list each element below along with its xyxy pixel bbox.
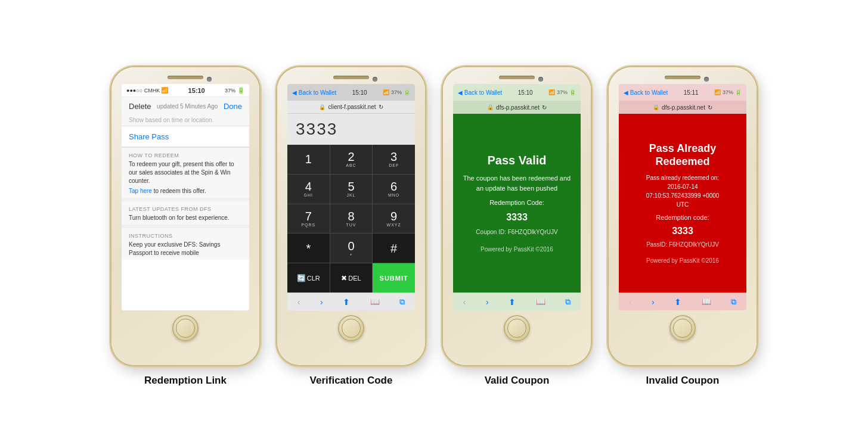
bookmarks-icon-2[interactable]: 📖	[370, 297, 380, 306]
phone-camera-2	[373, 77, 377, 82]
lock-icon-4: 🔒	[653, 104, 659, 110]
bottom-nav-2: ‹ › ⬆ 📖 ⧉	[287, 292, 415, 310]
pass-already-desc: Pass already redeemed on: 2016-07-14 07:…	[646, 173, 720, 209]
back-wallet-2[interactable]: ◀ Back to Wallet	[292, 89, 336, 96]
url-text-3: dfs-p.passkit.net	[496, 104, 540, 111]
share-icon-3[interactable]: ⬆	[509, 297, 516, 307]
tap-here-row: Tap here to redeem this offer.	[129, 187, 242, 195]
key-clr[interactable]: 🔄 CLR	[287, 263, 330, 292]
icons-4: 📶 37% 🔋	[714, 89, 742, 95]
invalid-coupon-content: Pass Already Redeemed Pass already redee…	[619, 114, 746, 292]
key-3[interactable]: 3 DEF	[373, 145, 415, 174]
share-icon-4[interactable]: ⬆	[674, 297, 681, 307]
phone-screen-3: ◀ Back to Wallet 15:10 📶 37% 🔋 🔒 dfs-p.p…	[453, 84, 581, 310]
key-submit[interactable]: SUBMIT	[373, 263, 415, 292]
tabs-icon-2[interactable]: ⧉	[399, 297, 405, 307]
tabs-icon-3[interactable]: ⧉	[565, 297, 571, 307]
key-9[interactable]: 9 WXYZ	[373, 204, 415, 234]
tap-here-rest: to redeem this offer.	[152, 188, 206, 194]
share-pass-section-1: Share Pass	[122, 126, 249, 147]
topbar-1: Delete updated 5 Minutes Ago Done	[122, 97, 249, 113]
latest-updates-title: LATEST UPDATES FROM DFS	[129, 206, 242, 212]
how-to-redeem-text: To redeem your gift, present this offer …	[129, 161, 234, 184]
coupon-id: Coupon ID: F6HZQDlkYQrUJV	[476, 229, 557, 235]
pass-valid-desc: The coupon has been redeemed and an upda…	[461, 173, 572, 193]
back-icon-3[interactable]: ‹	[463, 297, 466, 307]
key-8[interactable]: 8 TUV	[330, 204, 373, 234]
time-2: 15:10	[352, 89, 367, 96]
key-6[interactable]: 6 MNO	[373, 175, 415, 204]
del-label: DEL	[348, 275, 361, 282]
key-1[interactable]: 1	[287, 145, 330, 174]
phone-section-4: ◀ Back to Wallet 15:11 📶 37% 🔋 🔒 dfs-p.p…	[609, 67, 757, 387]
phone-home-4[interactable]	[669, 315, 696, 341]
key-5[interactable]: 5 JKL	[330, 175, 373, 204]
url-text-4: dfs-p.passkit.net	[662, 104, 705, 111]
valid-coupon-content: Pass Valid The coupon has been redeemed …	[453, 114, 581, 292]
url-bar-3: 🔒 dfs-p.passkit.net ↻	[453, 101, 581, 114]
phone-home-inner-2	[342, 319, 361, 338]
forward-icon-3[interactable]: ›	[486, 297, 489, 307]
bottom-nav-3: ‹ › ⬆ 📖 ⧉	[453, 292, 581, 310]
phone-camera-1	[207, 77, 212, 82]
carrier-1: ●●●○○ CMHK	[126, 88, 160, 94]
back-wallet-4[interactable]: ◀ Back to Wallet	[624, 89, 668, 96]
updated-label-1: updated 5 Minutes Ago	[157, 103, 218, 110]
battery-icon-2: 🔋	[404, 89, 410, 95]
key-4[interactable]: 4 GHI	[287, 175, 330, 204]
browser-bar-3: ◀ Back to Wallet 15:10 📶 37% 🔋	[453, 84, 581, 101]
share-pass-link-1[interactable]: Share Pass	[129, 132, 169, 141]
phone-shell-1: ●●●○○ CMHK 📶 15:10 37% 🔋 Delete updated …	[111, 67, 259, 365]
delete-button-1[interactable]: Delete	[129, 102, 151, 111]
phone-section-1: ●●●○○ CMHK 📶 15:10 37% 🔋 Delete updated …	[111, 67, 259, 387]
forward-icon-2[interactable]: ›	[320, 297, 323, 307]
forward-icon-4[interactable]: ›	[652, 297, 655, 307]
time-3: 15:10	[518, 89, 533, 96]
url-bar-4: 🔒 dfs-p.passkit.net ↻	[619, 101, 746, 114]
key-star[interactable]: *	[287, 234, 330, 263]
latest-updates-body: Turn bluetooth on for best experience.	[129, 214, 242, 222]
key-hash[interactable]: #	[373, 234, 415, 263]
bookmarks-icon-3[interactable]: 📖	[536, 297, 545, 306]
icons-3: 📶 37% 🔋	[548, 89, 576, 95]
statusbar-right-1: 37% 🔋	[225, 87, 244, 94]
tap-here-link[interactable]: Tap here	[129, 188, 152, 194]
reload-icon-2[interactable]: ↻	[379, 104, 383, 110]
phone-home-3[interactable]	[504, 315, 530, 341]
battery-4: 37%	[723, 89, 733, 95]
key-0[interactable]: 0 +	[330, 234, 373, 263]
browser-bar-4: ◀ Back to Wallet 15:11 📶 37% 🔋	[619, 84, 746, 101]
phone-section-3: ◀ Back to Wallet 15:10 📶 37% 🔋 🔒 dfs-p.p…	[443, 67, 591, 387]
phone-shell-4: ◀ Back to Wallet 15:11 📶 37% 🔋 🔒 dfs-p.p…	[609, 67, 757, 365]
time-1: 15:10	[188, 87, 205, 94]
phone-label-4: Invalid Coupon	[646, 375, 720, 387]
reload-icon-3[interactable]: ↻	[542, 104, 547, 111]
reload-icon-4[interactable]: ↻	[708, 104, 712, 111]
phone-home-1[interactable]	[172, 315, 199, 341]
url-bar-2: 🔒 client-f.passkit.net ↻	[287, 101, 415, 114]
battery-icon-4: 🔋	[735, 89, 742, 95]
battery-icon-3: 🔋	[569, 89, 576, 95]
battery-3: 37%	[557, 89, 568, 95]
key-2[interactable]: 2 ABC	[330, 145, 373, 174]
done-button-1[interactable]: Done	[224, 102, 242, 111]
key-7[interactable]: 7 PQRS	[287, 204, 330, 234]
redemption-code-label: Redemption Code:	[489, 199, 544, 206]
back-icon-4[interactable]: ‹	[629, 297, 632, 307]
lock-icon-2: 🔒	[319, 104, 326, 110]
bookmarks-icon-4[interactable]: 📖	[702, 297, 711, 306]
wifi-icon-4: 📶	[714, 89, 721, 95]
pass-valid-title: Pass Valid	[488, 154, 547, 167]
key-del[interactable]: ✖ DEL	[330, 263, 373, 292]
tabs-icon-4[interactable]: ⧉	[731, 297, 736, 307]
phone-home-2[interactable]	[338, 315, 364, 341]
back-wallet-3[interactable]: ◀ Back to Wallet	[458, 89, 502, 96]
phone-section-2: ◀ Back to Wallet 15:10 📶 37% 🔋 🔒 client-…	[277, 67, 425, 387]
phone-home-inner-4	[673, 319, 692, 338]
phone-speaker-3	[499, 76, 535, 79]
back-icon-2[interactable]: ‹	[297, 297, 300, 307]
bottom-nav-4: ‹ › ⬆ 📖 ⧉	[619, 292, 746, 310]
phone-label-3: Valid Coupon	[485, 375, 550, 387]
phone-screen-4: ◀ Back to Wallet 15:11 📶 37% 🔋 🔒 dfs-p.p…	[619, 84, 746, 310]
share-icon-2[interactable]: ⬆	[343, 297, 350, 307]
